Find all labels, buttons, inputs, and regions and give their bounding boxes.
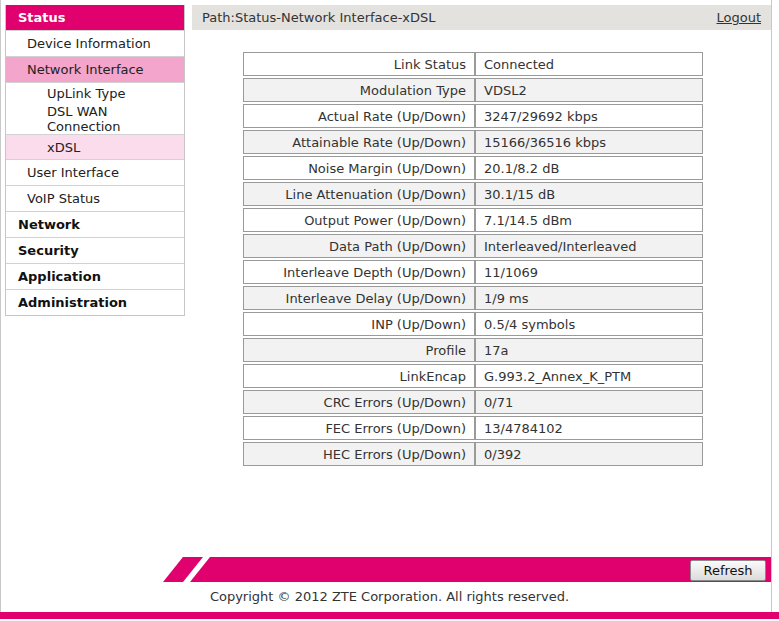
- row-value: 13/4784102: [475, 416, 703, 440]
- page-right-border: [771, 0, 772, 612]
- sidebar-item-application[interactable]: Application: [6, 263, 184, 289]
- xdsl-status-table: Link StatusConnected Modulation TypeVDSL…: [243, 50, 703, 468]
- row-label: FEC Errors (Up/Down): [243, 416, 475, 440]
- sidebar-item-security[interactable]: Security: [6, 237, 184, 263]
- refresh-button[interactable]: Refresh: [690, 560, 766, 581]
- sidebar-item-xdsl[interactable]: xDSL: [6, 134, 184, 159]
- row-label: CRC Errors (Up/Down): [243, 390, 475, 414]
- row-value: 7.1/14.5 dBm: [475, 208, 703, 232]
- row-label: Interleave Depth (Up/Down): [243, 260, 475, 284]
- table-row: Noise Margin (Up/Down)20.1/8.2 dB: [243, 156, 703, 180]
- sidebar-item-network-interface[interactable]: Network Interface: [6, 56, 184, 82]
- table-row: Interleave Delay (Up/Down)1/9 ms: [243, 286, 703, 310]
- table-row: Output Power (Up/Down)7.1/14.5 dBm: [243, 208, 703, 232]
- table-row: Profile17a: [243, 338, 703, 362]
- main-content: Link StatusConnected Modulation TypeVDSL…: [243, 50, 703, 468]
- row-value: 11/1069: [475, 260, 703, 284]
- row-label: HEC Errors (Up/Down): [243, 442, 475, 466]
- breadcrumb: Path:Status-Network Interface-xDSL: [202, 10, 436, 25]
- sidebar-item-uplink-type[interactable]: UpLink Type: [6, 83, 184, 104]
- table-row: INP (Up/Down)0.5/4 symbols: [243, 312, 703, 336]
- row-label: INP (Up/Down): [243, 312, 475, 336]
- logout-link[interactable]: Logout: [716, 10, 761, 25]
- row-label: Line Attenuation (Up/Down): [243, 182, 475, 206]
- sidebar-item-dsl-wan-connection[interactable]: DSL WAN Connection: [6, 104, 184, 134]
- row-value: 1/9 ms: [475, 286, 703, 310]
- row-value: Connected: [475, 52, 703, 76]
- row-label: Noise Margin (Up/Down): [243, 156, 475, 180]
- sidebar-item-device-information[interactable]: Device Information: [6, 30, 184, 56]
- sidebar-subgroup-network-interface: UpLink Type DSL WAN Connection: [6, 82, 184, 134]
- sidebar-item-administration[interactable]: Administration: [6, 289, 184, 315]
- row-value: 0.5/4 symbols: [475, 312, 703, 336]
- sidebar-navigation: Status Device Information Network Interf…: [5, 5, 185, 316]
- row-value: 15166/36516 kbps: [475, 130, 703, 154]
- sidebar-item-network[interactable]: Network: [6, 211, 184, 237]
- table-row: Data Path (Up/Down)Interleaved/Interleav…: [243, 234, 703, 258]
- row-value: 17a: [475, 338, 703, 362]
- table-row: Interleave Depth (Up/Down)11/1069: [243, 260, 703, 284]
- bottom-brand-strip: [0, 612, 779, 619]
- row-value: VDSL2: [475, 78, 703, 102]
- table-row: Actual Rate (Up/Down)3247/29692 kbps: [243, 104, 703, 128]
- banner-bar: [1, 557, 771, 582]
- row-label: Modulation Type: [243, 78, 475, 102]
- row-label: LinkEncap: [243, 364, 475, 388]
- table-row: Line Attenuation (Up/Down)30.1/15 dB: [243, 182, 703, 206]
- table-row: LinkEncapG.993.2_Annex_K_PTM: [243, 364, 703, 388]
- table-row: HEC Errors (Up/Down)0/392: [243, 442, 703, 466]
- row-label: Interleave Delay (Up/Down): [243, 286, 475, 310]
- row-value: 0/71: [475, 390, 703, 414]
- breadcrumb-bar: Path:Status-Network Interface-xDSL Logou…: [192, 5, 771, 30]
- row-value: Interleaved/Interleaved: [475, 234, 703, 258]
- table-row: Modulation TypeVDSL2: [243, 78, 703, 102]
- page-left-border: [0, 0, 1, 612]
- copyright-notice: Copyright © 2012 ZTE Corporation. All ri…: [0, 589, 779, 604]
- row-value: 20.1/8.2 dB: [475, 156, 703, 180]
- row-label: Link Status: [243, 52, 475, 76]
- row-label: Profile: [243, 338, 475, 362]
- sidebar-item-voip-status[interactable]: VoIP Status: [6, 185, 184, 211]
- table-row: Link StatusConnected: [243, 52, 703, 76]
- table-row: FEC Errors (Up/Down)13/4784102: [243, 416, 703, 440]
- sidebar-item-status[interactable]: Status: [6, 5, 184, 30]
- row-label: Data Path (Up/Down): [243, 234, 475, 258]
- row-label: Actual Rate (Up/Down): [243, 104, 475, 128]
- row-label: Attainable Rate (Up/Down): [243, 130, 475, 154]
- row-value: 0/392: [475, 442, 703, 466]
- row-value: 30.1/15 dB: [475, 182, 703, 206]
- row-label: Output Power (Up/Down): [243, 208, 475, 232]
- table-row: Attainable Rate (Up/Down)15166/36516 kbp…: [243, 130, 703, 154]
- sidebar-item-user-interface[interactable]: User Interface: [6, 159, 184, 185]
- bottom-action-banner: Refresh: [1, 557, 771, 582]
- row-value: G.993.2_Annex_K_PTM: [475, 364, 703, 388]
- table-row: CRC Errors (Up/Down)0/71: [243, 390, 703, 414]
- row-value: 3247/29692 kbps: [475, 104, 703, 128]
